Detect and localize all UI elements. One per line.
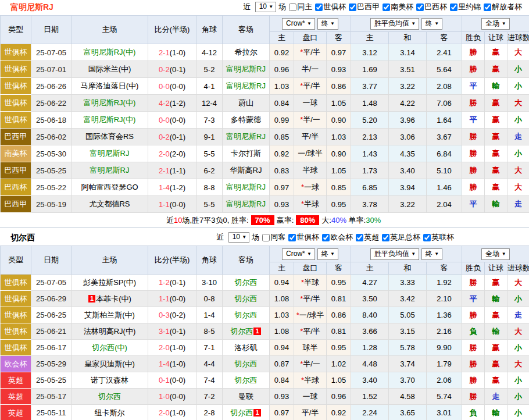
home-team-link[interactable]: 切尔西(中) [92, 343, 127, 352]
league-filter-checkbox-2[interactable] [383, 3, 390, 11]
league-cell: 世俱杯 [1, 291, 31, 307]
same-venue-checkbox[interactable] [289, 3, 296, 11]
home-team-link[interactable]: 富明尼斯RJ(中) [84, 115, 136, 124]
away-team-link[interactable]: 富明尼斯RJ [226, 200, 266, 208]
col-header-odds_home: 主 [270, 262, 294, 275]
summary-text: 近 [166, 216, 174, 225]
home-team-link[interactable]: 诺丁汉森林 [91, 376, 128, 385]
result-goals-cell: 小 [507, 61, 529, 78]
league-filter-checkbox-1[interactable] [349, 3, 356, 11]
result-handicap-cell: 赢 [485, 145, 507, 162]
away-team-link[interactable]: 切尔西 [230, 408, 253, 417]
home-team-link[interactable]: 富明尼斯RJ [90, 149, 130, 158]
team-name-link[interactable]: 切尔西 [10, 233, 35, 243]
league-filter-checkbox-1-label: 欧会杯 [330, 232, 353, 243]
date-cell: 25-06-26 [31, 78, 72, 95]
games-unit-label: 场 [278, 2, 286, 12]
handicap-cell: *半/一 [294, 356, 327, 372]
league-filter-checkbox-5[interactable] [484, 3, 491, 11]
mean-type-select[interactable]: 胜平负均值 ▼ [370, 248, 419, 260]
mean-type-select[interactable]: 胜平负均值 ▼ [370, 18, 419, 30]
odds-final-select[interactable]: 终 ▼ [317, 18, 338, 30]
col-header-date: 日期 [31, 16, 72, 44]
away-team-link[interactable]: 切尔西 [235, 360, 258, 368]
mean-final-select[interactable]: 终 ▼ [421, 248, 442, 260]
same-venue-checkbox[interactable] [262, 234, 270, 241]
home-team-link[interactable]: 国际米兰(中) [88, 65, 131, 73]
handicap-cell: *平/半 [294, 78, 327, 95]
away-team-link[interactable]: 切尔西 [235, 311, 258, 319]
handicap-star: * [300, 48, 303, 56]
odds-final-select[interactable]: 终 ▼ [317, 248, 338, 260]
away-team-link[interactable]: 切尔西 [230, 327, 253, 336]
home-team-link[interactable]: 皇家贝迪斯(中) [84, 360, 135, 368]
away-team-link[interactable]: 希拉尔 [235, 48, 258, 56]
home-odds-cell: 0.85 [270, 129, 294, 145]
league-filter-checkbox-3[interactable] [416, 3, 424, 11]
score-cell: 0-0(0-0) [148, 112, 196, 129]
home-team-link[interactable]: 国际体育会RS [85, 132, 134, 141]
recent-count-select[interactable]: 10 ▼ [228, 232, 250, 243]
away-team-link[interactable]: 洛杉矶 [235, 343, 258, 352]
date-cell: 25-06-25 [31, 307, 72, 323]
date-cell: 25-05-29 [31, 356, 72, 372]
odds-source-select[interactable]: Crow* ▼ [282, 18, 315, 30]
home-team-cell: 切尔西(中) [72, 340, 148, 356]
away-team-link[interactable]: 华斯高RJ [230, 166, 262, 175]
col-header-type: 类型 [1, 16, 31, 44]
away-team-link[interactable]: 切尔西 [235, 376, 258, 385]
away-team-link[interactable]: 卡尔打斯 [231, 149, 261, 158]
away-team-link[interactable]: 曼联 [238, 392, 253, 401]
league-filter-checkbox-1[interactable] [322, 234, 330, 241]
odds-source-select[interactable]: Crow* ▼ [282, 248, 315, 260]
result-wdl-cell: 勝 [462, 179, 485, 196]
home-team-link[interactable]: 阿帕雷西登瑟GO [81, 183, 138, 191]
home-team-link[interactable]: 富明尼斯RJ(中) [84, 98, 136, 107]
date-cell: 25-05-11 [31, 405, 72, 420]
home-team-link[interactable]: 富明尼斯RJ [90, 166, 130, 175]
mean-draw-cell: 3.42 [389, 291, 427, 307]
scope-select[interactable]: 全场 ▼ [481, 18, 509, 30]
home-odds-cell: 0.94 [270, 275, 294, 291]
league-filter-checkbox-0[interactable] [315, 3, 323, 11]
mean-home-cell: 1.43 [351, 145, 389, 162]
away-team-link[interactable]: 切尔西 [235, 294, 258, 303]
home-team-link[interactable]: 尤文都德RS [89, 200, 130, 208]
match-row: 巴西杯25-05-22阿帕雷西登瑟GO1-4(1-2)8-8富明尼斯RJ0.97… [1, 179, 529, 196]
mean-away-cell: 6.84 [427, 145, 462, 162]
match-row: 世俱杯25-06-25艾斯柏兰斯(中)0-3(0-2)1-4切尔西1.03*一/… [1, 307, 529, 323]
away-team-link[interactable]: 蔚山 [238, 98, 253, 107]
mean-final-select[interactable]: 终 ▼ [421, 18, 442, 30]
league-filter-checkbox-2[interactable] [356, 234, 363, 241]
away-team-link[interactable]: 富明尼斯RJ [226, 183, 266, 191]
away-team-link[interactable]: 富明尼斯RJ [226, 132, 266, 141]
col-header-handicap_res: 让球 [485, 262, 507, 275]
recent-count-select[interactable]: 10 ▼ [255, 2, 277, 12]
away-team-link[interactable]: 多特蒙德 [231, 115, 261, 124]
away-team-link[interactable]: 富明尼斯RJ [226, 65, 266, 73]
team-name-link[interactable]: 富明尼斯RJ [10, 2, 53, 13]
home-team-link[interactable]: 切尔西 [98, 392, 121, 401]
scope-select[interactable]: 全场 ▼ [481, 248, 509, 260]
home-team-link[interactable]: 法林明高RJ(中) [84, 327, 136, 336]
league-cell: 世俱杯 [1, 275, 31, 291]
handicap-star: * [301, 200, 304, 208]
league-filter-checkbox-0[interactable] [288, 234, 296, 241]
home-team-link[interactable]: 纽卡斯尔 [95, 408, 125, 417]
league-filter-checkbox-4[interactable] [423, 234, 431, 241]
home-team-link[interactable]: 彭美拉斯SP(中) [83, 278, 136, 287]
away-team-link[interactable]: 切尔西 [235, 278, 258, 287]
home-team-link[interactable]: 艾斯柏兰斯(中) [84, 311, 135, 319]
league-filter-checkbox-3[interactable] [382, 234, 389, 241]
home-team-link[interactable]: 马摩洛迪落日(中) [81, 81, 139, 90]
score-cell: 1-1(0-0) [148, 291, 196, 307]
away-odds-cell: 0.85 [327, 179, 351, 196]
home-team-link[interactable]: 富明尼斯RJ(中) [84, 48, 136, 56]
home-odds-cell: 0.97 [270, 179, 294, 196]
score-cell: 1-0(0-0) [148, 389, 196, 405]
away-team-link[interactable]: 富明尼斯RJ [226, 81, 266, 90]
home-odds-cell: 0.92 [270, 44, 294, 61]
result-wdl-cell: 勝 [462, 145, 485, 162]
home-team-link[interactable]: 本菲卡(中) [96, 294, 131, 303]
league-filter-checkbox-4[interactable] [450, 3, 457, 11]
